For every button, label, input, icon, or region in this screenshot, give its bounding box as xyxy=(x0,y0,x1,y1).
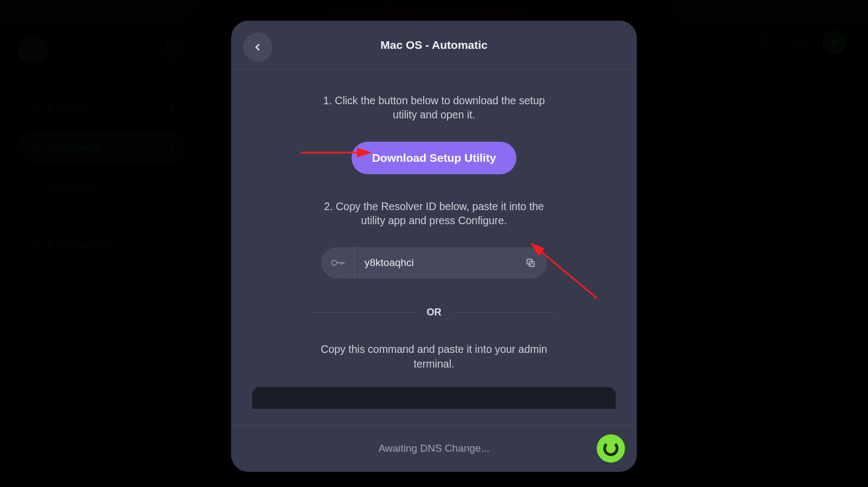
status-spinner-button[interactable] xyxy=(597,434,625,463)
modal-title: Mac OS - Automatic xyxy=(380,39,488,52)
or-divider: OR xyxy=(312,307,556,318)
resolver-id-value: y8ktoaqhci xyxy=(355,257,514,269)
download-setup-button[interactable]: Download Setup Utility xyxy=(352,142,517,174)
terminal-command-box[interactable] xyxy=(252,387,616,409)
chevron-left-icon xyxy=(252,41,264,53)
copy-icon xyxy=(525,257,536,268)
modal-body: 1. Click the button below to download th… xyxy=(231,69,637,425)
modal-overlay: Mac OS - Automatic 1. Click the button b… xyxy=(0,0,868,487)
or-text: OR xyxy=(427,307,442,318)
spinner-icon xyxy=(603,441,618,456)
setup-modal: Mac OS - Automatic 1. Click the button b… xyxy=(231,21,637,472)
step-1-text: 1. Click the button below to download th… xyxy=(320,93,548,122)
key-icon xyxy=(321,247,355,279)
svg-point-11 xyxy=(331,261,336,265)
footer-status: Awaiting DNS Change... xyxy=(379,442,490,454)
step-3-text: Copy this command and paste it into your… xyxy=(320,342,548,371)
back-button[interactable] xyxy=(243,33,272,62)
modal-footer: Awaiting DNS Change... xyxy=(231,425,637,472)
step-2-text: 2. Copy the Resolver ID below, paste it … xyxy=(315,199,553,228)
modal-header: Mac OS - Automatic xyxy=(231,21,637,69)
resolver-id-box: y8ktoaqhci xyxy=(321,247,547,279)
copy-resolver-button[interactable] xyxy=(514,247,547,279)
